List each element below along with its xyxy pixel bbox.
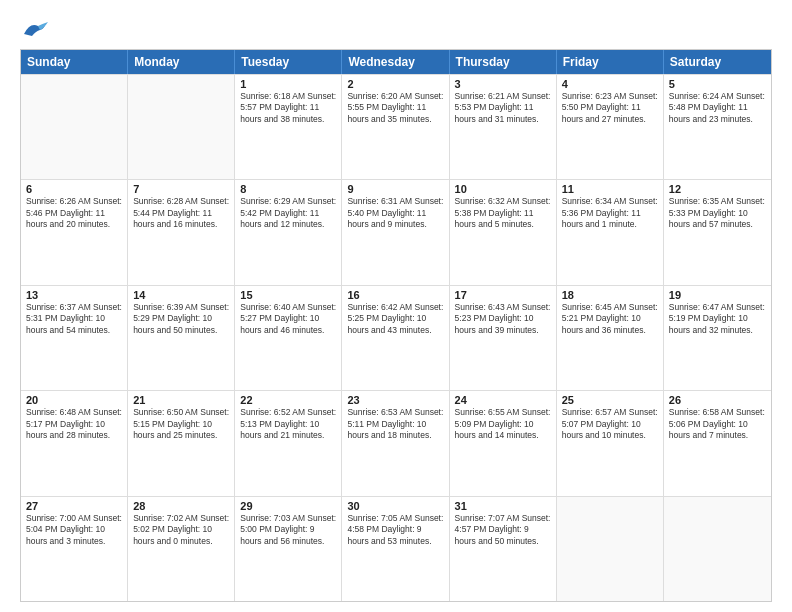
calendar-day-29: 29Sunrise: 7:03 AM Sunset: 5:00 PM Dayli…	[235, 497, 342, 601]
calendar-week-1: 1Sunrise: 6:18 AM Sunset: 5:57 PM Daylig…	[21, 74, 771, 179]
day-number: 15	[240, 289, 336, 301]
day-content: Sunrise: 7:02 AM Sunset: 5:02 PM Dayligh…	[133, 513, 229, 547]
day-number: 20	[26, 394, 122, 406]
calendar-day-1: 1Sunrise: 6:18 AM Sunset: 5:57 PM Daylig…	[235, 75, 342, 179]
calendar-empty-cell	[664, 497, 771, 601]
calendar-day-26: 26Sunrise: 6:58 AM Sunset: 5:06 PM Dayli…	[664, 391, 771, 495]
calendar-header: SundayMondayTuesdayWednesdayThursdayFrid…	[21, 50, 771, 74]
day-number: 14	[133, 289, 229, 301]
calendar-day-16: 16Sunrise: 6:42 AM Sunset: 5:25 PM Dayli…	[342, 286, 449, 390]
day-content: Sunrise: 6:55 AM Sunset: 5:09 PM Dayligh…	[455, 407, 551, 441]
header-day-monday: Monday	[128, 50, 235, 74]
day-number: 8	[240, 183, 336, 195]
day-number: 11	[562, 183, 658, 195]
calendar-day-28: 28Sunrise: 7:02 AM Sunset: 5:02 PM Dayli…	[128, 497, 235, 601]
calendar-day-2: 2Sunrise: 6:20 AM Sunset: 5:55 PM Daylig…	[342, 75, 449, 179]
calendar-day-13: 13Sunrise: 6:37 AM Sunset: 5:31 PM Dayli…	[21, 286, 128, 390]
day-number: 18	[562, 289, 658, 301]
calendar-day-11: 11Sunrise: 6:34 AM Sunset: 5:36 PM Dayli…	[557, 180, 664, 284]
day-number: 3	[455, 78, 551, 90]
calendar-day-7: 7Sunrise: 6:28 AM Sunset: 5:44 PM Daylig…	[128, 180, 235, 284]
calendar-day-31: 31Sunrise: 7:07 AM Sunset: 4:57 PM Dayli…	[450, 497, 557, 601]
day-content: Sunrise: 6:35 AM Sunset: 5:33 PM Dayligh…	[669, 196, 766, 230]
day-content: Sunrise: 6:34 AM Sunset: 5:36 PM Dayligh…	[562, 196, 658, 230]
day-number: 4	[562, 78, 658, 90]
day-number: 16	[347, 289, 443, 301]
day-content: Sunrise: 6:50 AM Sunset: 5:15 PM Dayligh…	[133, 407, 229, 441]
day-content: Sunrise: 6:18 AM Sunset: 5:57 PM Dayligh…	[240, 91, 336, 125]
day-content: Sunrise: 6:39 AM Sunset: 5:29 PM Dayligh…	[133, 302, 229, 336]
calendar: SundayMondayTuesdayWednesdayThursdayFrid…	[20, 49, 772, 602]
calendar-day-12: 12Sunrise: 6:35 AM Sunset: 5:33 PM Dayli…	[664, 180, 771, 284]
calendar-day-15: 15Sunrise: 6:40 AM Sunset: 5:27 PM Dayli…	[235, 286, 342, 390]
calendar-week-5: 27Sunrise: 7:00 AM Sunset: 5:04 PM Dayli…	[21, 496, 771, 601]
header-day-sunday: Sunday	[21, 50, 128, 74]
day-content: Sunrise: 6:26 AM Sunset: 5:46 PM Dayligh…	[26, 196, 122, 230]
day-content: Sunrise: 6:45 AM Sunset: 5:21 PM Dayligh…	[562, 302, 658, 336]
calendar-day-20: 20Sunrise: 6:48 AM Sunset: 5:17 PM Dayli…	[21, 391, 128, 495]
header-day-tuesday: Tuesday	[235, 50, 342, 74]
day-content: Sunrise: 6:37 AM Sunset: 5:31 PM Dayligh…	[26, 302, 122, 336]
day-number: 31	[455, 500, 551, 512]
day-content: Sunrise: 7:03 AM Sunset: 5:00 PM Dayligh…	[240, 513, 336, 547]
day-number: 21	[133, 394, 229, 406]
day-content: Sunrise: 6:21 AM Sunset: 5:53 PM Dayligh…	[455, 91, 551, 125]
calendar-day-14: 14Sunrise: 6:39 AM Sunset: 5:29 PM Dayli…	[128, 286, 235, 390]
day-number: 10	[455, 183, 551, 195]
calendar-day-27: 27Sunrise: 7:00 AM Sunset: 5:04 PM Dayli…	[21, 497, 128, 601]
day-content: Sunrise: 7:05 AM Sunset: 4:58 PM Dayligh…	[347, 513, 443, 547]
calendar-week-3: 13Sunrise: 6:37 AM Sunset: 5:31 PM Dayli…	[21, 285, 771, 390]
header-day-saturday: Saturday	[664, 50, 771, 74]
day-content: Sunrise: 6:58 AM Sunset: 5:06 PM Dayligh…	[669, 407, 766, 441]
day-content: Sunrise: 6:42 AM Sunset: 5:25 PM Dayligh…	[347, 302, 443, 336]
calendar-day-8: 8Sunrise: 6:29 AM Sunset: 5:42 PM Daylig…	[235, 180, 342, 284]
header-day-friday: Friday	[557, 50, 664, 74]
calendar-day-4: 4Sunrise: 6:23 AM Sunset: 5:50 PM Daylig…	[557, 75, 664, 179]
day-number: 2	[347, 78, 443, 90]
calendar-day-3: 3Sunrise: 6:21 AM Sunset: 5:53 PM Daylig…	[450, 75, 557, 179]
day-number: 30	[347, 500, 443, 512]
day-number: 25	[562, 394, 658, 406]
day-content: Sunrise: 6:48 AM Sunset: 5:17 PM Dayligh…	[26, 407, 122, 441]
logo	[20, 18, 50, 39]
logo-bird-icon	[22, 20, 48, 38]
day-number: 6	[26, 183, 122, 195]
day-content: Sunrise: 6:24 AM Sunset: 5:48 PM Dayligh…	[669, 91, 766, 125]
day-number: 22	[240, 394, 336, 406]
day-number: 1	[240, 78, 336, 90]
calendar-week-2: 6Sunrise: 6:26 AM Sunset: 5:46 PM Daylig…	[21, 179, 771, 284]
calendar-day-10: 10Sunrise: 6:32 AM Sunset: 5:38 PM Dayli…	[450, 180, 557, 284]
calendar-day-19: 19Sunrise: 6:47 AM Sunset: 5:19 PM Dayli…	[664, 286, 771, 390]
day-number: 26	[669, 394, 766, 406]
calendar-day-23: 23Sunrise: 6:53 AM Sunset: 5:11 PM Dayli…	[342, 391, 449, 495]
day-content: Sunrise: 6:53 AM Sunset: 5:11 PM Dayligh…	[347, 407, 443, 441]
day-content: Sunrise: 6:57 AM Sunset: 5:07 PM Dayligh…	[562, 407, 658, 441]
calendar-empty-cell	[128, 75, 235, 179]
day-content: Sunrise: 7:07 AM Sunset: 4:57 PM Dayligh…	[455, 513, 551, 547]
day-content: Sunrise: 6:47 AM Sunset: 5:19 PM Dayligh…	[669, 302, 766, 336]
calendar-empty-cell	[21, 75, 128, 179]
calendar-day-18: 18Sunrise: 6:45 AM Sunset: 5:21 PM Dayli…	[557, 286, 664, 390]
calendar-day-6: 6Sunrise: 6:26 AM Sunset: 5:46 PM Daylig…	[21, 180, 128, 284]
day-number: 19	[669, 289, 766, 301]
day-content: Sunrise: 7:00 AM Sunset: 5:04 PM Dayligh…	[26, 513, 122, 547]
day-content: Sunrise: 6:29 AM Sunset: 5:42 PM Dayligh…	[240, 196, 336, 230]
calendar-body: 1Sunrise: 6:18 AM Sunset: 5:57 PM Daylig…	[21, 74, 771, 601]
day-content: Sunrise: 6:28 AM Sunset: 5:44 PM Dayligh…	[133, 196, 229, 230]
day-number: 24	[455, 394, 551, 406]
calendar-day-24: 24Sunrise: 6:55 AM Sunset: 5:09 PM Dayli…	[450, 391, 557, 495]
day-content: Sunrise: 6:20 AM Sunset: 5:55 PM Dayligh…	[347, 91, 443, 125]
day-content: Sunrise: 6:40 AM Sunset: 5:27 PM Dayligh…	[240, 302, 336, 336]
calendar-empty-cell	[557, 497, 664, 601]
calendar-day-5: 5Sunrise: 6:24 AM Sunset: 5:48 PM Daylig…	[664, 75, 771, 179]
calendar-day-25: 25Sunrise: 6:57 AM Sunset: 5:07 PM Dayli…	[557, 391, 664, 495]
header	[20, 18, 772, 39]
day-number: 29	[240, 500, 336, 512]
calendar-day-21: 21Sunrise: 6:50 AM Sunset: 5:15 PM Dayli…	[128, 391, 235, 495]
day-number: 5	[669, 78, 766, 90]
day-number: 13	[26, 289, 122, 301]
day-content: Sunrise: 6:23 AM Sunset: 5:50 PM Dayligh…	[562, 91, 658, 125]
page: SundayMondayTuesdayWednesdayThursdayFrid…	[0, 0, 792, 612]
day-content: Sunrise: 6:52 AM Sunset: 5:13 PM Dayligh…	[240, 407, 336, 441]
calendar-day-30: 30Sunrise: 7:05 AM Sunset: 4:58 PM Dayli…	[342, 497, 449, 601]
